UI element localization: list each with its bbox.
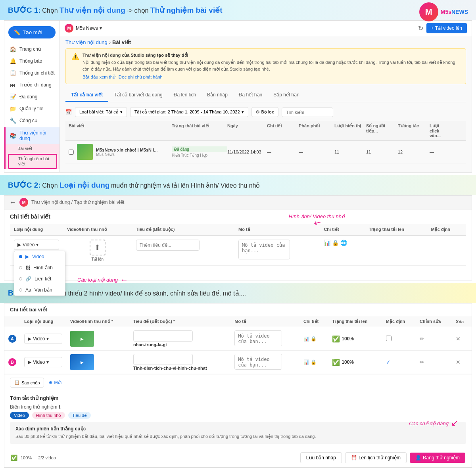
tab-draft[interactable]: Bản nháp (202, 89, 233, 102)
s3-r1-delete: ✕ (452, 327, 472, 351)
post-category: Kiến Trúc Tổng Hợp (172, 153, 227, 157)
row2-desc-input[interactable] (234, 354, 282, 370)
content-type-dropdown[interactable]: ▶ Video ▾ (14, 240, 59, 250)
sidebar-item-notifications[interactable]: 🔔 Thông báo (4, 55, 60, 67)
filter-button[interactable]: ⚙ Bộ lọc (251, 107, 278, 117)
video-dropdown-container: ▶ Video ▾ ▶ Video (14, 240, 59, 250)
back-button[interactable]: ← (9, 198, 16, 207)
alert-link2[interactable]: Đọc ghi chú phát hành (119, 75, 163, 80)
posts-table: Bài viết Trạng thái bài viết Ngày Chi ti… (65, 121, 466, 163)
detail-table-row-extra: ⊕ Mô... (10, 266, 466, 276)
var-tag-title[interactable]: Tiêu đề (68, 412, 91, 419)
alert-title: Thư viện nội dung của Studio sáng tạo sẽ… (83, 53, 460, 58)
menu-item-image[interactable]: 🖼 Hình ảnh (14, 262, 65, 273)
schedule-button[interactable]: ⏰ Lên lịch thử nghiệm (345, 452, 407, 463)
tab-expiring[interactable]: Sắp hết hạn (268, 89, 305, 102)
s3-row1: A ▶ Video ▾ ▶ nhan-trung-la-gi (4, 327, 472, 351)
tab-published[interactable]: Tất cả bài viết đã đăng (108, 89, 168, 102)
row2-type-label: Video (33, 359, 45, 365)
row1-desc-input[interactable] (234, 330, 282, 346)
desc-input[interactable] (238, 240, 290, 259)
refresh-button[interactable]: ↻ (418, 25, 423, 32)
sidebar-subitem-experiment[interactable]: Thử nghiệm bài viết (8, 154, 57, 169)
sidebar-item-files[interactable]: 📁 Quản lý file (4, 103, 60, 115)
step2-desc-mid: muốn thử nghiệm và tải lên Hình ảnh/ Vid… (111, 182, 260, 189)
sidebar-subitem-posts[interactable]: Bài viết (6, 144, 60, 153)
sidebar-item-library[interactable]: 📚 Thư viện nội dung (6, 127, 60, 144)
video-type-label: Video (23, 242, 35, 248)
sidebar-item-stats[interactable]: 📋 Thống tin chi tiết (4, 67, 60, 79)
post-clicks-cell: — (430, 150, 445, 154)
row1-title-input[interactable] (133, 330, 193, 342)
row2-delete-icon[interactable]: ✕ (456, 359, 461, 365)
type-filter-button[interactable]: Loại bài viết: Tất cả ▾ (75, 107, 127, 117)
save-draft-button[interactable]: Lưu bản nháp (300, 452, 342, 463)
step3-header: BƯỚC 3: Chèn tối thiểu 2 hình/ video/ li… (0, 283, 476, 303)
new-button[interactable]: ⊕ Mới (49, 380, 61, 385)
title-input[interactable] (136, 240, 200, 251)
s3-r1-type: ▶ Video ▾ (20, 327, 66, 351)
sidebar-item-pre-publish[interactable]: ⏮ Trước khi đăng (4, 79, 60, 91)
sidebar-experiment-label: Thử nghiệm bài viết (18, 156, 49, 166)
tab-scheduled[interactable]: Đã lên lịch (168, 89, 202, 102)
section2-logo: M (19, 198, 28, 207)
s3-row2: B ▶ Video ▾ ▶ Tinh-dien-tich-chu- (4, 351, 472, 374)
menu-item-link[interactable]: 🔗 Liên kết (14, 273, 65, 284)
sidebar-item-published[interactable]: 📝 Đã đăng (4, 91, 60, 103)
progress-video-count: 2/2 video (38, 455, 56, 460)
row1-delete-icon[interactable]: ✕ (456, 336, 461, 342)
row2-title-input[interactable] (133, 354, 193, 365)
row-checkbox[interactable] (69, 150, 74, 155)
detail-table: Loại nội dung Video/Hình thu nhỏ Tiêu đề… (10, 224, 466, 276)
row2-edit-icon[interactable]: ✏ (420, 359, 424, 365)
upload-video-button[interactable]: + Tải video lên (426, 23, 467, 33)
post-status-cell: Đã đăng Kiến Trúc Tổng Hợp (172, 146, 227, 157)
var-tags-row: Video Hình thu nhỏ Tiêu đề (10, 412, 466, 418)
empty-dot-link-icon (19, 277, 22, 280)
section1-wrapper: ✏️ Tạo mới 🏠 Trang chủ 🔔 Thông báo 📋 Thố… (4, 20, 472, 173)
bottom-controls: 📋 Sao chép ⊕ Mới (4, 374, 472, 391)
row1-type-dropdown[interactable]: ▶ Video ▾ (24, 334, 62, 344)
home-icon: 🏠 (9, 46, 16, 52)
tab-all-posts[interactable]: Tất cả bài viết (65, 89, 108, 102)
channel-selector[interactable]: M M5s News ▾ (65, 24, 102, 33)
sidebar-notifications-label: Thông báo (19, 58, 42, 64)
breadcrumb-library[interactable]: Thư viện nội dung (65, 39, 107, 45)
step3-desc: Chèn tối thiểu 2 hình/ video/ link để so… (42, 290, 246, 297)
copy-btn-label: Sao chép (21, 380, 40, 385)
s3-r2-check: B (4, 351, 20, 374)
main-content-area: M M5s News ▾ ↻ + Tải video lên Thư viện … (60, 21, 472, 172)
create-new-button[interactable]: ✏️ Tạo mới (8, 26, 56, 38)
post-title: M5sNews xin chào! | M5sN l... (96, 148, 157, 152)
detail-table-header-row: Loại nội dung Video/Hình thu nhỏ Tiêu đề… (10, 224, 466, 236)
menu-item-video[interactable]: ▶ Video (14, 251, 65, 262)
post-channel: M5s News (96, 152, 157, 157)
date-filter-button[interactable]: Tất cả thời gian: 2 Tháng 1, 2009 - 14 T… (130, 107, 248, 117)
menu-link-label: Liên kết (35, 276, 51, 282)
menu-video-label: Video (32, 254, 44, 259)
row2-type-dropdown[interactable]: ▶ Video ▾ (24, 357, 62, 367)
row1-default-checkbox[interactable] (386, 336, 392, 341)
row1-edit-icon[interactable]: ✏ (420, 336, 424, 342)
row1-video-icon: ▶ (28, 336, 31, 342)
var-tag-video[interactable]: Video (10, 412, 29, 419)
tab-expired[interactable]: Đã hết hạn (233, 89, 268, 102)
step1-header: BƯỚC 1: Chọn Thư viện nội dung -> chọn T… (0, 0, 476, 20)
menu-item-text[interactable]: Aa Văn bản (14, 284, 65, 296)
alert-link1[interactable]: Bắt đầu xem thử (83, 75, 115, 80)
image-icon: 🖼 (25, 265, 30, 271)
post-reach-cell: 11 (366, 150, 398, 154)
upload-button[interactable]: ⬆ (90, 240, 106, 255)
channel-name-dropdown[interactable]: M5s News ▾ (76, 25, 102, 31)
sidebar-item-tools[interactable]: 🔧 Công cụ (4, 115, 60, 127)
copy-button[interactable]: 📋 Sao chép (10, 378, 44, 388)
var-tag-thumbnail[interactable]: Hình thu nhỏ (32, 412, 65, 419)
annotation-content-types-label: Các loại nội dung (77, 277, 118, 283)
publish-experiment-button[interactable]: 👤 Đăng thử nghiệm (410, 453, 465, 463)
sidebar-item-home[interactable]: 🏠 Trang chủ (4, 43, 60, 55)
s3-th-check (4, 316, 20, 327)
search-input[interactable] (282, 107, 333, 117)
section3-table: Loại nội dung Video/Hình thu nhỏ * Tiêu … (4, 316, 472, 374)
content-body: ⚠️ Thư viện nội dung của Studio sáng tạo… (60, 48, 472, 169)
col-dist: Phân phối (299, 123, 334, 138)
